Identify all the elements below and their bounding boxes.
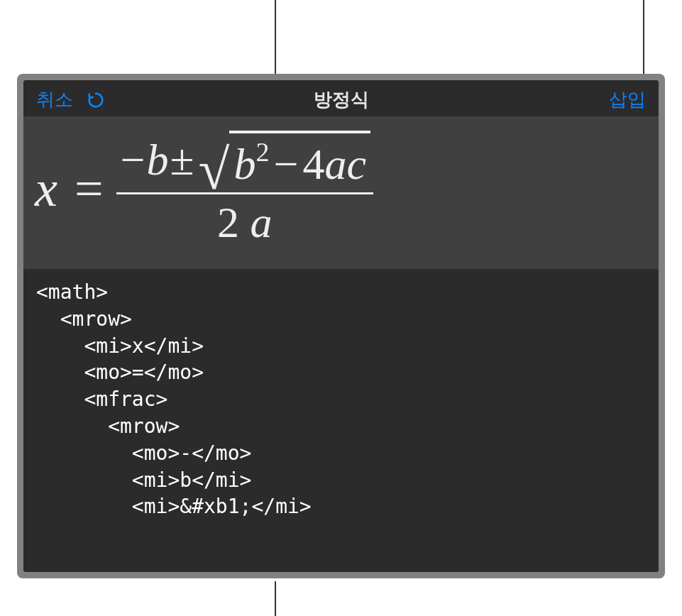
eq-plusminus: ± <box>169 135 196 185</box>
mathml-code-input[interactable]: <math> <mrow> <mi>x</mi> <mo>=</mo> <mfr… <box>23 269 659 572</box>
callout-line-top-insert <box>643 0 644 75</box>
panel-title: 방정식 <box>314 87 369 112</box>
code-text: <math> <mrow> <mi>x</mi> <mo>=</mo> <mfr… <box>36 279 646 520</box>
eq-equals: = <box>67 160 111 219</box>
eq-variable-x: x <box>31 160 62 219</box>
eq-b: b <box>147 135 169 185</box>
sqrt-icon: √ <box>199 150 230 189</box>
eq-fraction: − b ± √ b 2 − 4 a c <box>116 131 373 248</box>
device-outer-frame: 취소 방정식 삽입 x = − b ± <box>17 74 665 578</box>
eq-a: a <box>324 139 346 189</box>
undo-icon <box>86 90 106 110</box>
eq-sqrt: √ b 2 − 4 a c <box>199 131 370 189</box>
equation-editor-panel: 취소 방정식 삽입 x = − b ± <box>23 80 659 572</box>
eq-c: c <box>346 139 366 189</box>
eq-a-den: a <box>251 198 273 246</box>
eq-b2-exp: 2 <box>255 136 269 167</box>
eq-four: 4 <box>302 139 324 189</box>
callout-line-bottom-code <box>275 581 276 616</box>
toolbar: 취소 방정식 삽입 <box>23 80 659 116</box>
insert-button[interactable]: 삽입 <box>609 87 646 112</box>
eq-sqrt-body: b 2 − 4 a c <box>229 131 370 189</box>
cancel-button[interactable]: 취소 <box>36 87 73 112</box>
rendered-equation: x = − b ± √ b 2 − 4 <box>31 131 373 248</box>
eq-two: 2 <box>217 198 239 246</box>
eq-minus-2: − <box>269 139 302 189</box>
undo-button[interactable] <box>84 89 107 111</box>
eq-b2-base: b <box>233 139 255 189</box>
eq-minus: − <box>119 135 147 185</box>
toolbar-left-group: 취소 <box>36 87 107 112</box>
eq-numerator: − b ± √ b 2 − 4 a c <box>116 131 373 194</box>
equation-preview: x = − b ± √ b 2 − 4 <box>23 116 659 269</box>
eq-denominator: 2 a <box>217 194 273 248</box>
